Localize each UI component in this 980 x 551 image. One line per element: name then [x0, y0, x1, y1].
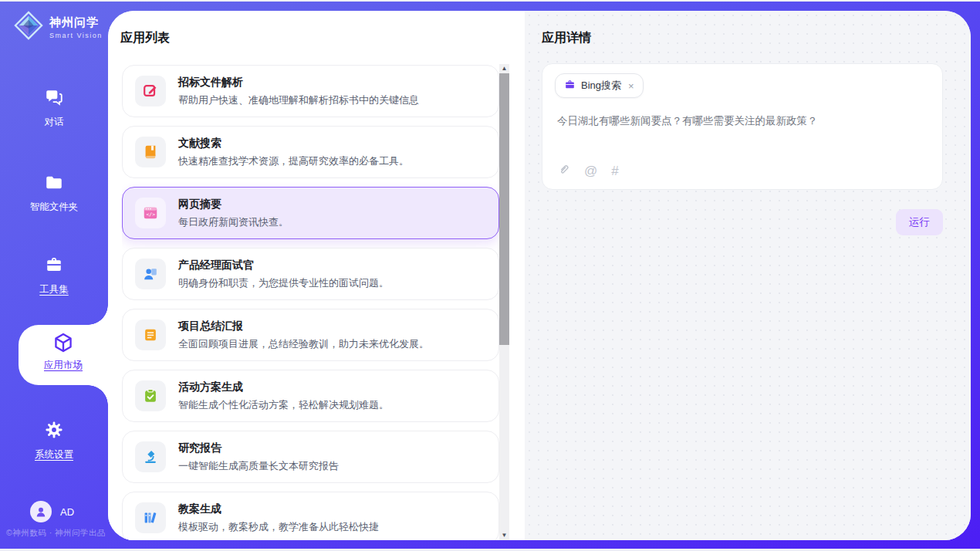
- app-card-activity-plan[interactable]: 活动方案生成 智能生成个性化活动方案，轻松解决规划难题。: [122, 370, 499, 422]
- tool-chip-label: Bing搜索: [581, 79, 621, 93]
- app-desc: 帮助用户快速、准确地理解和解析招标书中的关键信息: [178, 93, 419, 107]
- sidebar: 神州问学 Smart Vision 对话 智能文件夹 工具集: [0, 2, 108, 549]
- sidebar-item-label: 对话: [0, 116, 108, 129]
- attachment-toolbar: @ #: [557, 163, 619, 179]
- close-icon[interactable]: ×: [628, 80, 634, 92]
- sidebar-item-chat[interactable]: 对话: [0, 87, 108, 129]
- sidebar-item-label: 工具集: [0, 283, 108, 296]
- user-initials: AD: [60, 506, 74, 518]
- copyright-footer: ©神州数码 · 神州问学出品: [6, 528, 108, 539]
- brand-logo: 神州问学 Smart Vision: [14, 11, 103, 43]
- app-card-lesson-plan[interactable]: 教案生成 模板驱动，教案秒成，教学准备从此轻松快捷: [122, 492, 499, 540]
- app-name: 文献搜索: [178, 137, 409, 150]
- scrollbar-thumb[interactable]: [499, 73, 509, 345]
- app-desc: 模板驱动，教案秒成，教学准备从此轻松快捷: [178, 520, 379, 534]
- app-desc: 每日政府新闻资讯快查。: [178, 215, 289, 229]
- app-desc: 智能生成个性化活动方案，轻松解决规划难题。: [178, 398, 389, 412]
- run-row: 运行: [542, 209, 943, 235]
- notes-icon: [135, 319, 166, 350]
- edit-square-icon: [135, 76, 166, 106]
- app-name: 活动方案生成: [178, 380, 389, 394]
- scroll-down-icon[interactable]: ▼: [499, 531, 509, 540]
- app-card-web-summary[interactable]: </> 网页摘要 每日政府新闻资讯快查。: [122, 187, 499, 239]
- app-desc: 快速精准查找学术资源，提高研究效率的必备工具。: [178, 154, 409, 168]
- app-name: 招标文件解析: [178, 76, 419, 90]
- app-name: 网页摘要: [178, 198, 289, 211]
- sidebar-item-label: 智能文件夹: [0, 201, 108, 214]
- run-button[interactable]: 运行: [896, 209, 943, 235]
- sidebar-item-app-market[interactable]: 应用市场: [19, 325, 108, 385]
- diamond-logo-icon: [14, 11, 43, 43]
- app-card-pm-interviewer[interactable]: 产品经理面试官 明确身份和职责，为您提供专业性的面试问题。: [122, 248, 499, 300]
- query-input[interactable]: 今日湖北有哪些新闻要点？有哪些需要关注的最新政策？: [557, 113, 928, 129]
- app-list-title: 应用列表: [120, 30, 170, 46]
- chat-icon: [44, 96, 64, 110]
- sidebar-item-settings[interactable]: 系统设置: [0, 420, 108, 461]
- list-scrollbar[interactable]: ▲ ▼: [499, 64, 509, 540]
- query-editor-card: Bing搜索 × 今日湖北有哪些新闻要点？有哪些需要关注的最新政策？ @ #: [542, 63, 943, 190]
- paperclip-icon[interactable]: [557, 163, 570, 179]
- app-card-list: 招标文件解析 帮助用户快速、准确地理解和解析招标书中的关键信息 文献搜索 快速精…: [122, 65, 499, 540]
- app-name: 教案生成: [178, 502, 379, 516]
- app-card-research-report[interactable]: 研究报告 一键智能生成高质量长文本研究报告: [122, 431, 499, 483]
- user-profile[interactable]: AD: [30, 501, 74, 522]
- mention-icon[interactable]: @: [584, 164, 597, 177]
- clipboard-check-icon: [135, 380, 166, 411]
- app-desc: 明确身份和职责，为您提供专业性的面试问题。: [178, 276, 389, 290]
- app-name: 产品经理面试官: [178, 259, 389, 272]
- tool-chip-bing-search[interactable]: Bing搜索 ×: [555, 73, 644, 98]
- sidebar-item-toolset[interactable]: 工具集: [0, 255, 108, 296]
- book-icon: [135, 137, 166, 167]
- toolbox-icon: [44, 264, 64, 277]
- app-card-bid-parse[interactable]: 招标文件解析 帮助用户快速、准确地理解和解析招标书中的关键信息: [122, 65, 499, 117]
- app-detail-title: 应用详情: [542, 30, 591, 46]
- app-card-literature-search[interactable]: 文献搜索 快速精准查找学术资源，提高研究效率的必备工具。: [122, 126, 499, 178]
- app-name: 研究报告: [178, 441, 339, 455]
- app-name: 项目总结汇报: [178, 319, 429, 333]
- briefcase-icon: [564, 79, 576, 93]
- app-list-panel: 应用列表 招标文件解析 帮助用户快速、准确地理解和解析招标书中的关键信息: [108, 11, 525, 540]
- scroll-up-icon[interactable]: ▲: [499, 64, 509, 73]
- folder-icon: [44, 181, 64, 194]
- microscope-icon: [135, 441, 166, 472]
- main-content: 应用列表 招标文件解析 帮助用户快速、准确地理解和解析招标书中的关键信息: [108, 11, 971, 540]
- svg-text:</>: </>: [147, 211, 156, 218]
- sidebar-item-smart-folders[interactable]: 智能文件夹: [0, 172, 108, 214]
- sidebar-item-label: 应用市场: [19, 359, 108, 372]
- app-card-project-report[interactable]: 项目总结汇报 全面回顾项目进展，总结经验教训，助力未来优化发展。: [122, 309, 499, 361]
- browser-code-icon: </>: [135, 198, 166, 228]
- interviewer-icon: [135, 259, 166, 289]
- app-detail-panel: 应用详情 Bing搜索 × 今日湖北有哪些新闻要点？有哪些需要关注的最新政策？: [525, 11, 971, 540]
- app-desc: 全面回顾项目进展，总结经验教训，助力未来优化发展。: [178, 337, 429, 351]
- books-icon: [135, 502, 166, 533]
- app-desc: 一键智能生成高质量长文本研究报告: [178, 459, 339, 473]
- brand-subtitle: Smart Vision: [49, 32, 103, 39]
- hash-icon[interactable]: #: [611, 164, 618, 177]
- cube-icon: [52, 343, 74, 356]
- gear-icon: [44, 429, 64, 442]
- brand-title: 神州问学: [49, 15, 103, 30]
- sidebar-item-label: 系统设置: [0, 448, 108, 461]
- avatar: [30, 501, 52, 522]
